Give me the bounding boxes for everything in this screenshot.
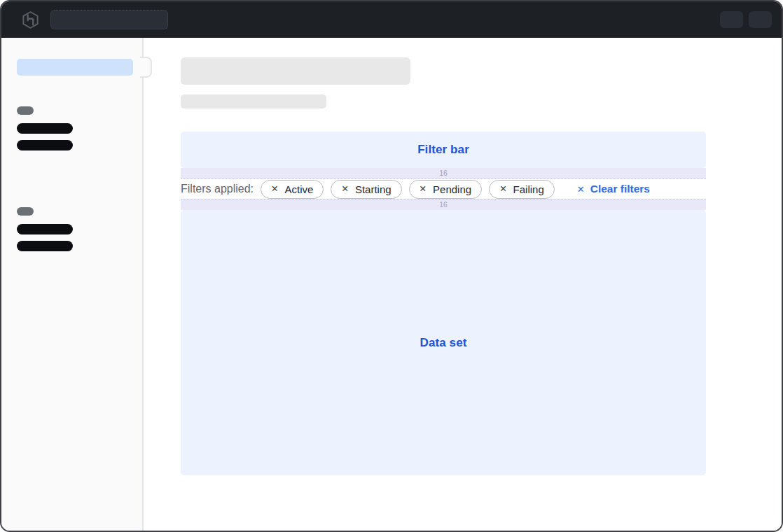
filter-pill-pending[interactable]: ✕ Pending	[409, 180, 483, 199]
app-window: Filter bar 16 Filters applied: ✕ Active …	[0, 0, 783, 532]
search-input[interactable]	[50, 10, 168, 29]
top-nav-bar	[1, 1, 782, 38]
clear-filters-label: Clear filters	[590, 183, 650, 195]
filter-bar-region: Filter bar	[181, 132, 706, 168]
filter-pill-active[interactable]: ✕ Active	[261, 180, 324, 199]
main-content: Filter bar 16 Filters applied: ✕ Active …	[144, 38, 782, 531]
spacing-annotation-label: 16	[439, 200, 448, 209]
sidebar-nav-item[interactable]	[17, 123, 73, 134]
close-icon[interactable]: ✕	[420, 185, 427, 194]
sidebar-nav-item[interactable]	[17, 241, 73, 251]
filter-pill-label: Starting	[355, 183, 392, 195]
filter-pill-label: Pending	[433, 183, 471, 195]
filter-pill-failing[interactable]: ✕ Failing	[489, 180, 555, 199]
page-subtitle-skeleton	[181, 94, 326, 108]
data-set-region: Data set	[181, 210, 706, 475]
hashicorp-logo-icon	[21, 10, 40, 29]
filter-pill-label: Active	[285, 183, 314, 195]
data-set-label: Data set	[420, 336, 467, 350]
sidebar-nav-item[interactable]	[17, 224, 73, 234]
topbar-action-button-1[interactable]	[720, 11, 743, 28]
spacing-annotation-16: 16	[181, 168, 706, 179]
spacing-annotation-16: 16	[181, 199, 706, 210]
filter-bar-label: Filter bar	[417, 143, 469, 157]
filter-pill-starting[interactable]: ✕ Starting	[331, 180, 401, 199]
content-column: Filter bar 16 Filters applied: ✕ Active …	[181, 57, 706, 475]
sidebar-nav-item[interactable]	[17, 140, 73, 150]
clear-filters-link[interactable]: ✕ Clear filters	[577, 183, 650, 195]
filters-applied-row: Filters applied: ✕ Active ✕ Starting ✕ P…	[181, 179, 706, 199]
filters-applied-label: Filters applied:	[181, 183, 254, 195]
close-icon[interactable]: ✕	[271, 185, 278, 194]
sidebar	[1, 38, 144, 531]
sidebar-section-label	[17, 207, 34, 216]
spacing-annotation-label: 16	[439, 169, 448, 177]
close-icon: ✕	[577, 185, 585, 194]
filter-pill-label: Failing	[513, 183, 544, 195]
sidebar-section-label	[17, 106, 34, 115]
sidebar-collapse-handle[interactable]	[140, 57, 152, 78]
app-body: Filter bar 16 Filters applied: ✕ Active …	[1, 38, 782, 531]
page-title-skeleton	[181, 57, 410, 85]
close-icon[interactable]: ✕	[499, 185, 506, 194]
topbar-action-button-2[interactable]	[749, 11, 772, 28]
sidebar-active-item[interactable]	[17, 59, 133, 76]
close-icon[interactable]: ✕	[341, 185, 348, 194]
